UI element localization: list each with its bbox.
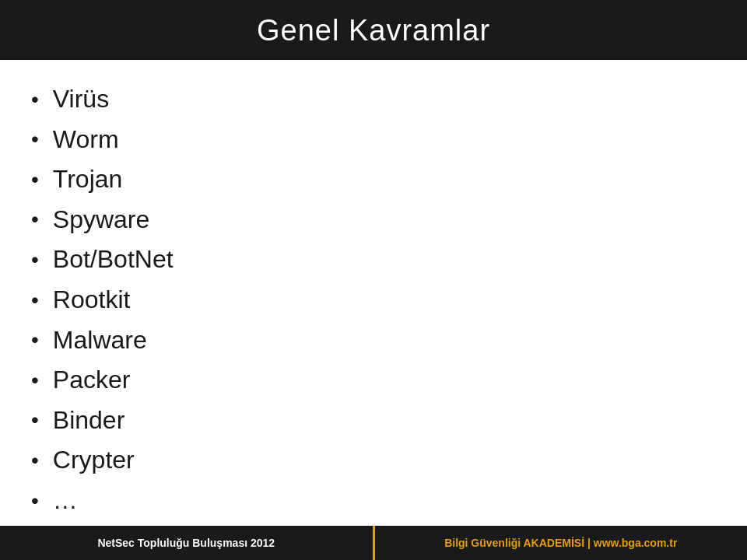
- list-item: …: [31, 485, 716, 517]
- list-item-label: Rootkit: [53, 284, 131, 317]
- concept-list: VirüsWormTrojanSpywareBot/BotNetRootkitM…: [31, 83, 716, 517]
- slide-footer: NetSec Topluluğu Buluşması 2012 Bilgi Gü…: [0, 526, 747, 560]
- list-item: Malware: [31, 324, 716, 357]
- list-item: Packer: [31, 364, 716, 397]
- list-item-label: Malware: [53, 324, 147, 357]
- list-item-label: …: [53, 485, 78, 517]
- slide-title: Genel Kavramlar: [16, 14, 731, 47]
- footer-left-text: NetSec Topluluğu Buluşması 2012: [0, 526, 375, 560]
- list-item-label: Packer: [53, 364, 131, 397]
- list-item-label: Spyware: [53, 204, 150, 236]
- list-item-label: Worm: [53, 124, 119, 156]
- list-item-label: Crypter: [53, 444, 135, 477]
- footer-right-text: Bilgi Güvenliği AKADEMİSİ | www.bga.com.…: [375, 526, 748, 560]
- list-item-label: Binder: [53, 404, 125, 437]
- list-item: Binder: [31, 404, 716, 437]
- list-item: Worm: [31, 124, 716, 156]
- list-item: Spyware: [31, 204, 716, 236]
- list-item: Trojan: [31, 163, 716, 196]
- slide-body: VirüsWormTrojanSpywareBot/BotNetRootkitM…: [0, 60, 747, 526]
- list-item: Virüs: [31, 83, 716, 116]
- list-item: Bot/BotNet: [31, 243, 716, 276]
- list-item-label: Bot/BotNet: [53, 243, 174, 276]
- list-item-label: Virüs: [53, 83, 109, 116]
- list-item: Rootkit: [31, 284, 716, 317]
- list-item: Crypter: [31, 444, 716, 477]
- list-item-label: Trojan: [53, 163, 123, 196]
- slide-header: Genel Kavramlar: [0, 0, 747, 60]
